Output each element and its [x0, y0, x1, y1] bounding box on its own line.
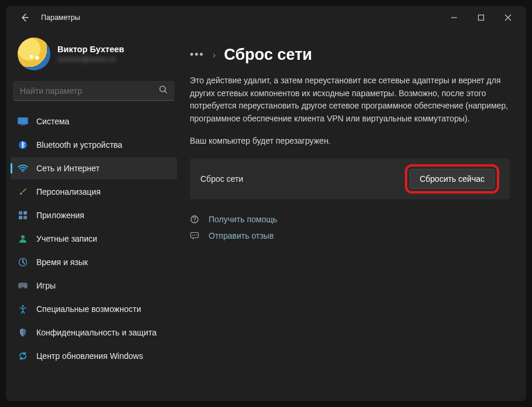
- sidebar-item-network[interactable]: Сеть и Интернет: [11, 157, 177, 179]
- page-title: Сброс сети: [224, 46, 312, 64]
- search-input[interactable]: [20, 86, 159, 96]
- profile-email: xxxxxxx@xxxxx.xx: [57, 55, 124, 63]
- sidebar-item-gaming[interactable]: Игры: [11, 274, 177, 297]
- main-content: ••• › Сброс сети Это действие удалит, а …: [182, 29, 526, 401]
- svg-rect-3: [21, 125, 25, 126]
- svg-point-14: [22, 305, 24, 307]
- sidebar-item-label: Bluetooth и устройства: [36, 140, 122, 150]
- maximize-button[interactable]: [468, 8, 495, 27]
- feedback-link[interactable]: Отправить отзыв: [209, 231, 274, 240]
- chevron-right-icon: ›: [213, 50, 216, 60]
- svg-point-13: [25, 286, 26, 287]
- system-icon: [18, 116, 28, 127]
- description-text: Это действие удалит, а затем переустанов…: [190, 74, 510, 126]
- brush-icon: [18, 186, 28, 197]
- card-label: Сброс сети: [200, 174, 243, 184]
- avatar: [18, 38, 50, 70]
- shield-icon: [18, 327, 28, 338]
- sidebar-item-accounts[interactable]: Учетные записи: [11, 228, 177, 250]
- settings-window: Параметры Виктор Бухтеев xxxxxxx@xxxxx.x…: [6, 6, 526, 401]
- network-reset-card: Сброс сети Сбросить сейчас: [190, 158, 510, 199]
- svg-point-20: [196, 235, 197, 236]
- feedback-row: Отправить отзыв: [190, 231, 510, 240]
- sidebar-item-privacy[interactable]: Конфиденциальность и защита: [11, 321, 177, 344]
- back-button[interactable]: [15, 8, 34, 27]
- reset-now-button[interactable]: Сбросить сейчас: [410, 169, 495, 189]
- profile-name: Виктор Бухтеев: [57, 45, 124, 54]
- svg-point-5: [22, 171, 24, 172]
- breadcrumb-ellipsis[interactable]: •••: [190, 49, 204, 61]
- svg-point-18: [192, 235, 193, 236]
- apps-icon: [18, 210, 28, 221]
- feedback-icon: [190, 231, 200, 240]
- profile-block[interactable]: Виктор Бухтеев xxxxxxx@xxxxx.xx: [11, 29, 177, 81]
- sidebar-item-label: Игры: [36, 281, 56, 290]
- search-box[interactable]: [13, 81, 175, 101]
- sidebar-item-label: Специальные возможности: [36, 304, 141, 314]
- sidebar-item-label: Время и язык: [36, 257, 88, 267]
- bluetooth-icon: [18, 140, 28, 150]
- close-button[interactable]: [495, 8, 521, 27]
- svg-point-12: [24, 284, 25, 286]
- sidebar-item-personalization[interactable]: Персонализация: [11, 181, 177, 203]
- sidebar-item-system[interactable]: Система: [11, 110, 177, 133]
- restart-note: Ваш компьютер будет перезагружен.: [190, 136, 510, 145]
- titlebar: Параметры: [6, 6, 526, 29]
- sidebar-item-label: Система: [36, 117, 69, 126]
- clock-globe-icon: [18, 257, 28, 267]
- svg-rect-7: [23, 211, 27, 215]
- sidebar-item-label: Центр обновления Windows: [36, 351, 143, 361]
- sidebar-item-update[interactable]: Центр обновления Windows: [11, 345, 177, 367]
- svg-point-16: [194, 221, 195, 222]
- sidebar-nav: Система Bluetooth и устройства Сеть и Ин…: [11, 110, 177, 367]
- minimize-button[interactable]: [441, 8, 468, 27]
- update-icon: [18, 351, 28, 361]
- sidebar-item-label: Приложения: [36, 211, 84, 220]
- svg-point-19: [194, 235, 195, 236]
- sidebar-item-bluetooth[interactable]: Bluetooth и устройства: [11, 134, 177, 156]
- sidebar-item-time[interactable]: Время и язык: [11, 251, 177, 273]
- search-icon: [159, 85, 168, 96]
- sidebar-item-label: Учетные записи: [36, 234, 97, 243]
- wifi-icon: [18, 163, 28, 174]
- svg-rect-8: [19, 216, 22, 219]
- sidebar-item-label: Персонализация: [36, 187, 101, 196]
- window-title: Параметры: [41, 13, 80, 22]
- svg-rect-2: [18, 118, 28, 124]
- gamepad-icon: [18, 280, 28, 291]
- highlight-box: Сбросить сейчас: [405, 164, 499, 194]
- svg-rect-6: [19, 211, 22, 215]
- window-controls: [441, 8, 521, 27]
- svg-rect-9: [23, 216, 27, 219]
- arrow-left-icon: [20, 13, 29, 22]
- sidebar-item-accessibility[interactable]: Специальные возможности: [11, 298, 177, 320]
- accessibility-icon: [18, 304, 28, 314]
- svg-point-1: [160, 86, 165, 91]
- sidebar-item-label: Конфиденциальность и защита: [36, 328, 156, 337]
- svg-rect-0: [479, 15, 484, 21]
- minimize-icon: [451, 14, 458, 21]
- help-link[interactable]: Получить помощь: [209, 215, 277, 224]
- maximize-icon: [478, 14, 485, 21]
- close-icon: [504, 14, 511, 21]
- sidebar: Виктор Бухтеев xxxxxxx@xxxxx.xx Система …: [6, 29, 182, 401]
- person-icon: [18, 233, 28, 244]
- sidebar-item-apps[interactable]: Приложения: [11, 204, 177, 226]
- sidebar-item-label: Сеть и Интернет: [36, 164, 100, 173]
- footer-links: Получить помощь Отправить отзыв: [190, 215, 510, 240]
- svg-point-10: [21, 235, 25, 239]
- breadcrumb: ••• › Сброс сети: [190, 46, 510, 64]
- help-row: Получить помощь: [190, 215, 510, 224]
- help-icon: [190, 215, 200, 224]
